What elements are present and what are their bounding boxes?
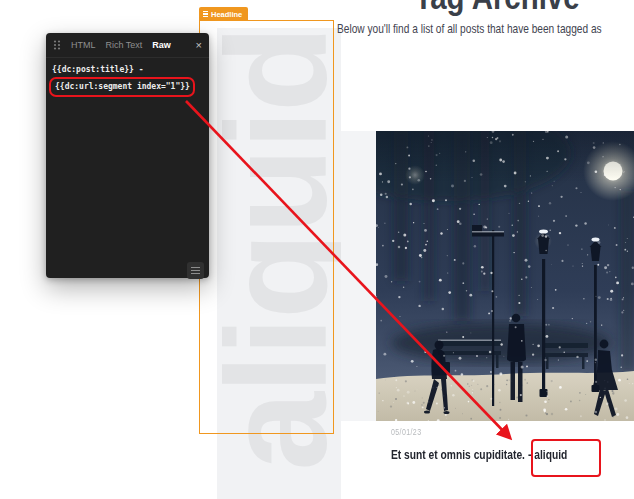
post-date: 05/01/23 <box>391 427 421 437</box>
code-editor-area[interactable]: {{dc:post:title}} - {{dc:url:segment ind… <box>46 58 209 284</box>
annotation-box-code: {{dc:url:segment index="1"}} <box>49 77 195 97</box>
page-title: Tag Archive <box>381 0 613 14</box>
element-tag-headline[interactable]: Headline <box>199 7 248 21</box>
photo-vignette <box>376 131 634 181</box>
post-image[interactable] <box>376 131 634 421</box>
drag-grip-icon <box>203 11 208 18</box>
drag-handle-icon[interactable] <box>53 40 61 50</box>
element-tag-label: Headline <box>211 10 242 19</box>
selected-element-outline <box>199 20 334 434</box>
tab-raw[interactable]: Raw <box>152 40 171 50</box>
intro-text: Below you'll find a list of all posts th… <box>337 21 602 36</box>
close-icon[interactable]: × <box>196 40 202 51</box>
code-line-1: {{dc:post:title}} - <box>52 64 203 75</box>
tab-rich-text[interactable]: Rich Text <box>106 40 143 50</box>
code-line-2: {{dc:url:segment index="1"}} <box>55 81 190 92</box>
photo-left-shading <box>341 131 376 421</box>
expand-editor-button[interactable] <box>187 262 204 279</box>
post-title-text: Et sunt et omnis cupiditate. <box>391 447 525 462</box>
tab-html[interactable]: HTML <box>71 40 96 50</box>
editor-panel-header: HTML Rich Text Raw × <box>46 33 209 58</box>
page: aliquid Tag Archive Below you'll find a … <box>0 0 634 499</box>
raw-editor-panel: HTML Rich Text Raw × {{dc:post:title}} -… <box>46 33 209 278</box>
annotation-box-tag <box>531 439 601 477</box>
